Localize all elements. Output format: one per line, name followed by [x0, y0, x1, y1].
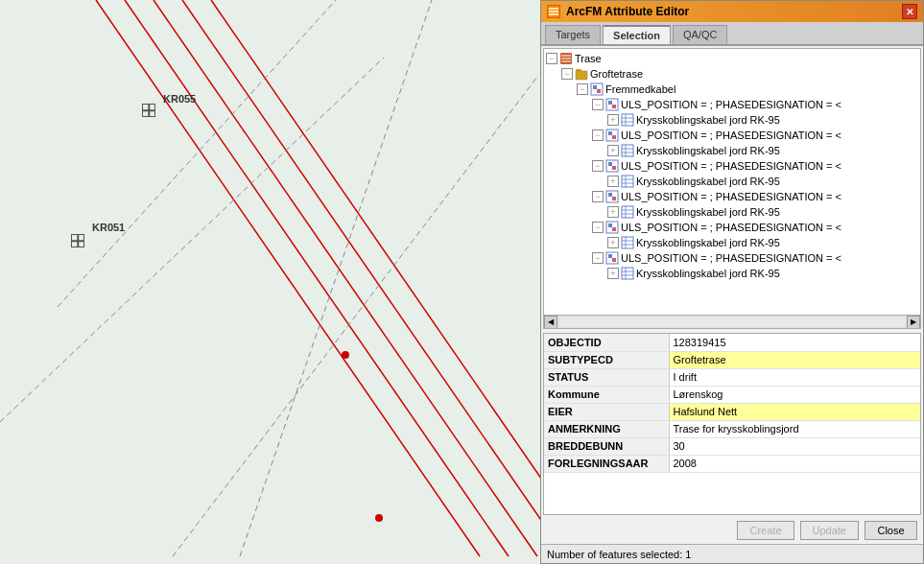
attr-field: STATUS — [544, 368, 669, 386]
tree-expander[interactable]: − — [592, 191, 604, 202]
svg-point-9 — [342, 351, 349, 359]
tree-item[interactable]: + Krysskoblingskabel jord RK-95 — [546, 266, 918, 281]
folder-icon — [575, 67, 588, 81]
attr-value[interactable]: Lørenskog — [669, 386, 920, 403]
tree-expander[interactable]: − — [592, 222, 604, 233]
feature-icon — [605, 221, 619, 234]
feature-icon — [605, 251, 619, 265]
panel-close-button[interactable]: ✕ — [902, 4, 917, 19]
feature-icon — [605, 159, 619, 173]
create-button[interactable]: Create — [737, 521, 794, 540]
tree-expander[interactable]: − — [592, 129, 604, 141]
tree-item[interactable]: − ULS_POSITION = ; PHASEDESIGNATION = < — [546, 97, 918, 112]
attr-value[interactable]: Groftetrase — [669, 351, 920, 368]
tree-item-text: ULS_POSITION = ; PHASEDESIGNATION = < — [621, 191, 841, 202]
tree-item-text: ULS_POSITION = ; PHASEDESIGNATION = < — [621, 222, 841, 233]
attr-row[interactable]: STATUS I drift — [544, 368, 920, 386]
attr-value[interactable]: 2008 — [669, 455, 920, 472]
tree-expander[interactable]: − — [592, 252, 604, 264]
tree-item[interactable]: − Trase — [546, 51, 918, 66]
tree-expander[interactable]: − — [546, 53, 557, 64]
tree-item-text: Krysskoblingskabel jord RK-95 — [636, 176, 780, 187]
tree-item-text: ULS_POSITION = ; PHASEDESIGNATION = < — [621, 99, 841, 110]
tree-expander[interactable]: + — [607, 145, 619, 156]
tree-item[interactable]: + Krysskoblingskabel jord RK-95 — [546, 112, 918, 128]
svg-line-6 — [58, 0, 336, 307]
attr-value[interactable]: Hafslund Nett — [669, 403, 920, 420]
tree-item-text: ULS_POSITION = ; PHASEDESIGNATION = < — [621, 129, 841, 141]
tree-expander[interactable]: + — [607, 237, 619, 248]
tab-qaqc[interactable]: QA/QC — [673, 25, 727, 44]
hscroll-left[interactable]: ◀ — [544, 316, 557, 329]
tree-expander[interactable]: − — [577, 83, 588, 95]
svg-line-7 — [0, 58, 384, 422]
attr-row[interactable]: Kommune Lørenskog — [544, 386, 920, 403]
update-button[interactable]: Update — [800, 521, 859, 540]
svg-rect-62 — [612, 258, 616, 262]
tree-expander[interactable]: − — [592, 160, 604, 172]
svg-point-10 — [375, 514, 383, 522]
tree-item[interactable]: − Groftetrase — [546, 66, 918, 82]
svg-rect-48 — [612, 197, 616, 200]
tree-item[interactable]: − ULS_POSITION = ; PHASEDESIGNATION = < — [546, 189, 918, 204]
layer-icon — [559, 52, 573, 65]
tree-item[interactable]: − ULS_POSITION = ; PHASEDESIGNATION = < — [546, 250, 918, 266]
svg-rect-20 — [576, 69, 581, 72]
svg-rect-54 — [608, 223, 612, 227]
attr-row[interactable]: ANMERKNING Trase for krysskoblingsjord — [544, 420, 920, 437]
svg-rect-42 — [622, 176, 633, 187]
table-icon — [621, 236, 634, 249]
attr-row[interactable]: BREDDEBUNN 30 — [544, 437, 920, 455]
attr-table: OBJECTID 128319415 SUBTYPECD Groftetrase… — [544, 334, 920, 473]
arcfm-panel: ArcFM Attribute Editor ✕ Targets Selecti… — [540, 0, 924, 564]
svg-rect-28 — [622, 114, 633, 126]
tree-scroll[interactable]: − Trase− Groftetrase− Fremmedkabel− ULS_… — [544, 49, 920, 315]
tree-item[interactable]: + Krysskoblingskabel jord RK-95 — [546, 143, 918, 158]
tab-selection[interactable]: Selection — [603, 25, 671, 44]
tree-expander[interactable]: + — [607, 268, 619, 279]
attr-value[interactable]: 30 — [669, 437, 920, 455]
tab-targets[interactable]: Targets — [545, 25, 601, 44]
attr-row[interactable]: FORLEGNINGSAAR 2008 — [544, 455, 920, 472]
tree-expander[interactable]: + — [607, 114, 619, 126]
tree-expander[interactable]: − — [561, 68, 573, 80]
svg-rect-19 — [576, 71, 587, 80]
attr-row[interactable]: SUBTYPECD Groftetrase — [544, 351, 920, 368]
map-area: KR055 KR051 — [0, 0, 540, 564]
attr-field: Kommune — [544, 386, 669, 403]
attr-table-scroll[interactable]: OBJECTID 128319415 SUBTYPECD Groftetrase… — [544, 334, 920, 514]
svg-rect-55 — [612, 227, 616, 231]
tree-item[interactable]: − ULS_POSITION = ; PHASEDESIGNATION = < — [546, 158, 918, 174]
tree-expander[interactable]: + — [607, 206, 619, 218]
marker-kr051 — [71, 234, 84, 247]
attr-field: OBJECTID — [544, 334, 669, 351]
feature-icon — [605, 129, 619, 142]
tree-item[interactable]: − Fremmedkabel — [546, 82, 918, 97]
tree-expander[interactable]: − — [592, 99, 604, 110]
svg-rect-40 — [608, 162, 612, 166]
tree-item[interactable]: + Krysskoblingskabel jord RK-95 — [546, 174, 918, 189]
svg-rect-24 — [597, 89, 601, 93]
attr-row[interactable]: OBJECTID 128319415 — [544, 334, 920, 351]
attr-value[interactable]: Trase for krysskoblingsjord — [669, 420, 920, 437]
svg-line-2 — [154, 0, 537, 556]
attr-value[interactable]: 128319415 — [669, 334, 920, 351]
close-panel-button[interactable]: Close — [865, 521, 917, 540]
tree-item[interactable]: − ULS_POSITION = ; PHASEDESIGNATION = < — [546, 220, 918, 235]
tree-item[interactable]: − ULS_POSITION = ; PHASEDESIGNATION = < — [546, 128, 918, 143]
attr-row[interactable]: EIER Hafslund Nett — [544, 403, 920, 420]
svg-rect-35 — [622, 145, 633, 156]
svg-rect-41 — [612, 166, 616, 170]
table-icon — [621, 113, 634, 127]
svg-rect-23 — [593, 85, 597, 89]
tree-item[interactable]: + Krysskoblingskabel jord RK-95 — [546, 204, 918, 220]
tree-expander[interactable]: + — [607, 176, 619, 187]
table-icon — [621, 205, 634, 219]
hscroll-right[interactable]: ▶ — [907, 316, 920, 329]
panel-tabs: Targets Selection QA/QC — [541, 22, 923, 46]
attr-value[interactable]: I drift — [669, 368, 920, 386]
svg-line-1 — [125, 0, 509, 556]
table-icon — [621, 144, 634, 157]
tree-item[interactable]: + Krysskoblingskabel jord RK-95 — [546, 235, 918, 250]
attr-field: BREDDEBUNN — [544, 437, 669, 455]
